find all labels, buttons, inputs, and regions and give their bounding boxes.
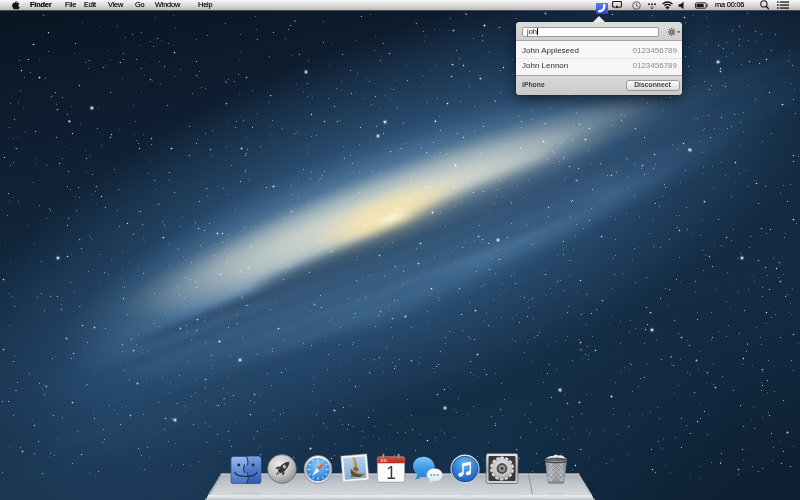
svg-text:1: 1 xyxy=(386,463,396,483)
svg-text:1: 1 xyxy=(386,493,396,500)
